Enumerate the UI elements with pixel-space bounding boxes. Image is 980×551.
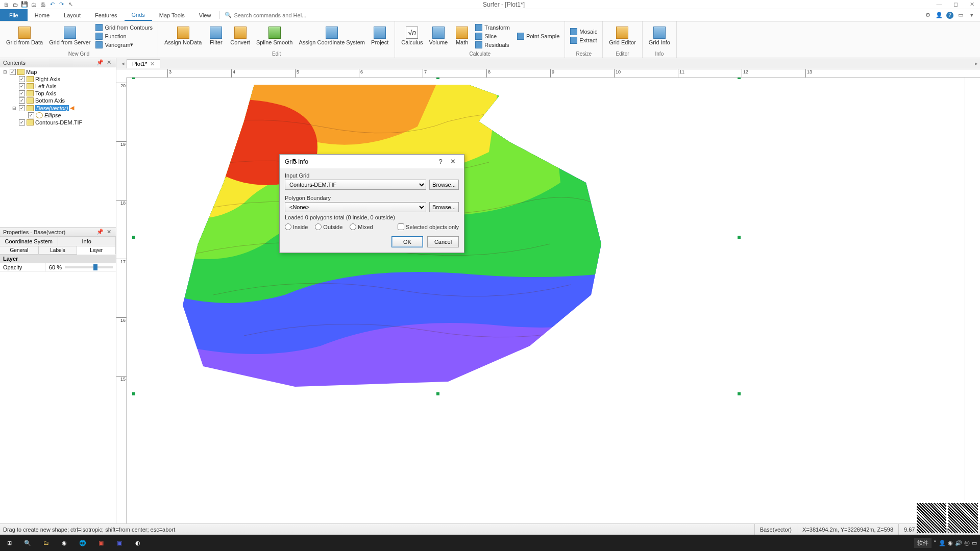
grid-from-data-button[interactable]: Grid from Data: [3, 26, 46, 46]
pin-icon[interactable]: 📌: [95, 59, 105, 66]
assign-cs-button[interactable]: Assign Coordinate System: [296, 26, 368, 46]
qat-print-icon[interactable]: 🖶: [39, 1, 47, 9]
qat-saveall-icon[interactable]: 🗂: [30, 1, 38, 9]
slice-button[interactable]: Slice: [473, 32, 512, 40]
close-icon[interactable]: ✕: [105, 229, 113, 235]
residuals-button[interactable]: Residuals: [473, 41, 512, 49]
taskbar-search-icon[interactable]: 🔍: [18, 535, 37, 551]
ribbon-group-calculate: √nCalculus Volume Math Transform Slice R…: [395, 21, 565, 58]
assign-nodata-button[interactable]: Assign NoData: [161, 26, 205, 46]
tray-battery-icon[interactable]: ▭: [972, 540, 977, 546]
maximize-button[interactable]: ◻: [949, 1, 962, 8]
polygon-boundary-select[interactable]: <None>: [285, 202, 426, 212]
qat-open-icon[interactable]: 🗁: [11, 1, 19, 9]
taskbar-chrome-icon[interactable]: ◉: [55, 535, 74, 551]
title-bar: 🗎 🗁 💾 🗂 🖶 ↶ ↷ ↖ Surfer - [Plot1*] — ◻ ✕: [0, 0, 980, 9]
tab-info[interactable]: Info: [58, 237, 116, 246]
subtab-general[interactable]: General: [0, 246, 39, 254]
opacity-value[interactable]: 60 %: [46, 263, 116, 271]
taskbar-app2-icon[interactable]: ▣: [110, 535, 129, 551]
subtab-labels[interactable]: Labels: [39, 246, 78, 254]
search-input[interactable]: [234, 12, 315, 18]
mosaic-button[interactable]: Mosaic: [568, 28, 599, 36]
map-canvas[interactable]: [127, 78, 980, 533]
input-grid-select[interactable]: Contours-DEM.TIF: [285, 180, 426, 190]
browse-input-button[interactable]: Browse...: [429, 180, 459, 190]
subtab-layer[interactable]: Layer: [77, 246, 116, 255]
command-search[interactable]: 🔍: [220, 9, 315, 21]
tab-coordinate-system[interactable]: Coordinate System: [0, 237, 58, 246]
ribbon-group-resize: Mosaic Extract Resize: [565, 21, 603, 58]
convert-button[interactable]: Convert: [227, 26, 253, 46]
math-button[interactable]: Math: [451, 26, 473, 46]
tab-maptools[interactable]: Map Tools: [152, 9, 192, 21]
dialog-help-icon[interactable]: ?: [434, 158, 447, 165]
contents-tree[interactable]: ⊟Map Right Axis Left Axis Top Axis Botto…: [0, 67, 116, 227]
taskbar-globe-icon[interactable]: 🌐: [74, 535, 92, 551]
qat-undo-icon[interactable]: ↶: [48, 1, 56, 9]
tray-chevron-icon[interactable]: ˄: [934, 540, 937, 546]
opacity-slider[interactable]: [65, 266, 113, 268]
pin-icon[interactable]: 📌: [95, 229, 105, 235]
minimize-button[interactable]: —: [933, 1, 945, 8]
qat-cursor-icon[interactable]: ↖: [66, 1, 75, 9]
ok-button[interactable]: OK: [391, 236, 423, 247]
dialog-close-icon[interactable]: ✕: [447, 158, 459, 165]
tray-people-icon[interactable]: 👤: [939, 540, 946, 546]
point-sample-button[interactable]: Point Sample: [515, 32, 561, 40]
transform-button[interactable]: Transform: [473, 23, 512, 32]
radio-mixed[interactable]: Mixed: [350, 223, 373, 230]
tab-layout[interactable]: Layout: [57, 9, 88, 21]
project-button[interactable]: Project: [368, 26, 391, 46]
qat-redo-icon[interactable]: ↷: [57, 1, 65, 9]
tab-nav-prev-icon[interactable]: ◂: [119, 60, 127, 67]
function-button[interactable]: Function: [93, 32, 155, 40]
radio-inside[interactable]: Inside: [285, 223, 308, 230]
extract-button[interactable]: Extract: [568, 36, 599, 44]
tab-home[interactable]: Home: [28, 9, 57, 21]
close-icon[interactable]: ✕: [105, 59, 113, 66]
close-button[interactable]: ✕: [966, 1, 978, 8]
tray-ime-icon[interactable]: ㊥: [964, 539, 970, 547]
contents-title: Contents: [3, 60, 95, 66]
browse-polygon-button[interactable]: Browse...: [429, 202, 459, 212]
user-icon[interactable]: 👤: [935, 11, 943, 19]
start-button[interactable]: ⊞: [0, 535, 18, 551]
tab-grids[interactable]: Grids: [125, 9, 152, 21]
tray-label[interactable]: 软件: [914, 538, 932, 548]
settings-icon[interactable]: ⚙: [924, 11, 932, 19]
tab-features[interactable]: Features: [88, 9, 124, 21]
tab-view[interactable]: View: [192, 9, 218, 21]
document-tab[interactable]: Plot1*✕: [127, 59, 160, 68]
taskbar-app1-icon[interactable]: ▣: [92, 535, 110, 551]
collapse-ribbon-icon[interactable]: ▭: [957, 11, 965, 19]
tray-network-icon[interactable]: ◉: [948, 540, 953, 546]
grid-editor-button[interactable]: Grid Editor: [606, 26, 639, 46]
vertical-scroll-strip[interactable]: [965, 78, 980, 533]
qat-save-icon[interactable]: 💾: [20, 1, 29, 9]
ribbon: Grid from Data Grid from Server Grid fro…: [0, 21, 980, 58]
cancel-button[interactable]: Cancel: [427, 236, 459, 247]
filter-button[interactable]: Filter: [205, 26, 227, 46]
ruler-horizontal: 34 56 78 910 1112 13: [127, 69, 980, 78]
volume-button[interactable]: Volume: [426, 26, 451, 46]
tab-nav-next-icon[interactable]: ▸: [973, 60, 980, 67]
taskbar-explorer-icon[interactable]: 🗂: [37, 535, 55, 551]
windows-taskbar: ⊞ 🔍 🗂 ◉ 🌐 ▣ ▣ ◐ 软件 ˄ 👤 ◉ 🔊 ㊥ ▭: [0, 535, 980, 551]
pin-ribbon-icon[interactable]: ▾: [968, 11, 976, 19]
close-tab-icon[interactable]: ✕: [150, 61, 155, 67]
qat-new-icon[interactable]: 🗎: [2, 1, 10, 9]
tray-volume-icon[interactable]: 🔊: [955, 540, 962, 546]
grid-info-button[interactable]: Grid Info: [646, 26, 673, 46]
calculus-button[interactable]: √nCalculus: [398, 26, 426, 46]
tab-file[interactable]: File: [0, 9, 28, 21]
spline-smooth-button[interactable]: Spline Smooth: [253, 26, 296, 46]
taskbar-surfer-icon[interactable]: ◐: [129, 535, 147, 551]
help-icon[interactable]: ?: [946, 12, 953, 19]
window-title: Surfer - [Plot1*]: [75, 1, 933, 8]
radio-outside[interactable]: Outside: [315, 223, 342, 230]
variogram-button[interactable]: Variogram ▾: [93, 41, 155, 49]
grid-from-server-button[interactable]: Grid from Server: [46, 26, 93, 46]
checkbox-selected-only[interactable]: Selected objects only: [398, 223, 459, 230]
grid-from-contours-button[interactable]: Grid from Contours: [93, 23, 155, 32]
